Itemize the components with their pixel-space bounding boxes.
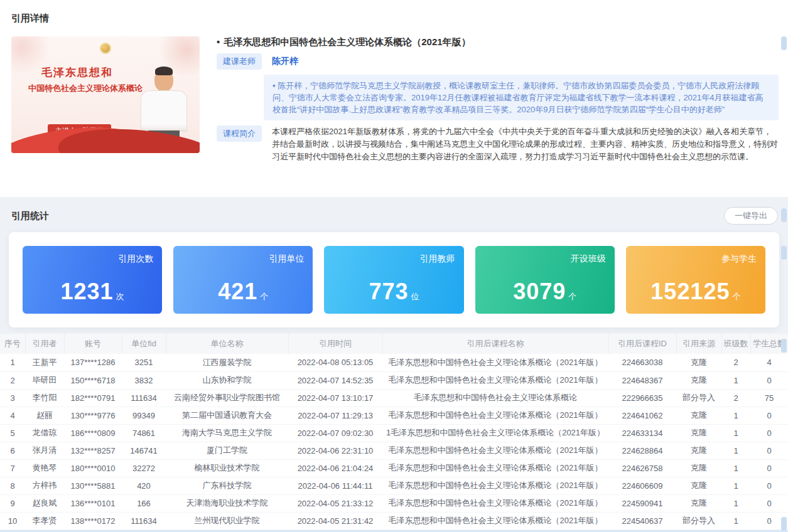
table-cell: 克隆 (676, 371, 721, 389)
course-title-text: 毛泽东思想和中国特色社会主义理论体系概论（2021年版） (224, 36, 470, 47)
table-body: 1王新平137****12863251江西服装学院2022-04-08 05:1… (0, 354, 788, 529)
table-row[interactable]: 5龙借琼186****080974861海南大学马克思主义学院2022-04-0… (0, 424, 788, 442)
teacher-description: ▪ 陈开梓，宁德师范学院马克思主义学院副教授，概论课教研室主任，兼职律师。宁德市… (264, 75, 779, 120)
table-cell: 毛泽东思想和中国特色社会主义理论体系概论（2021年版） (382, 477, 608, 494)
presenter-photo-body (141, 90, 187, 132)
table-cell: 0 (750, 424, 788, 442)
table-cell: 2022-04-07 13:10:17 (288, 389, 382, 407)
table-cell: 0 (750, 494, 788, 512)
table-cell: 222966635 (608, 389, 676, 407)
stat-card-label: 引用教师 (420, 253, 455, 265)
table-cell: 江西服装学院 (166, 354, 288, 371)
scrollbar-thumb[interactable] (781, 246, 787, 260)
column-header: 引用者 (25, 334, 64, 354)
table-cell: 1 (721, 442, 750, 459)
table-cell: 李竹阳 (25, 389, 64, 407)
citation-detail-section: 引用详情 毛泽东思想和 中国特色社会主义理论体系概论 主讲人：陈开梓 •毛泽东思… (0, 0, 788, 197)
table-cell: 广东科技学院 (166, 477, 288, 494)
table-cell: 赵丽 (25, 407, 64, 424)
table-cell: 毛泽东思想和中国特色社会主义理论体系概论（2021年版） (382, 512, 608, 529)
stat-card-value-row: 1231次 (23, 279, 162, 305)
table-cell: 2022-04-06 22:31:10 (288, 442, 382, 459)
title-bullet-icon: • (217, 36, 220, 47)
teacher-name-link[interactable]: 陈开梓 (272, 53, 298, 69)
table-cell: 1 (721, 512, 750, 529)
table-cell: 6 (0, 442, 25, 459)
stat-card-unit: 个 (568, 292, 576, 301)
table-cell: 克隆 (676, 354, 721, 371)
table-cell: 8 (0, 477, 25, 494)
table-row[interactable]: 1王新平137****12863251江西服装学院2022-04-08 05:1… (0, 354, 788, 371)
table-cell: 0 (750, 477, 788, 494)
table-cell: 2 (721, 354, 750, 371)
scrollbar-thumb[interactable] (781, 517, 787, 531)
table-cell: 136****0101 (64, 494, 122, 512)
table-cell: 224628864 (608, 442, 676, 459)
table-cell: 224641062 (608, 407, 676, 424)
presenter-photo-head (154, 69, 173, 92)
table-cell: 130****9776 (64, 407, 122, 424)
stat-card-value: 3079 (513, 279, 566, 304)
course-intro-tag: 课程简介 (217, 125, 262, 142)
scrollbar-thumb[interactable] (781, 339, 787, 353)
table-cell: 0 (750, 407, 788, 424)
table-cell: 224648367 (608, 371, 676, 389)
table-cell: 224590941 (608, 494, 676, 512)
column-header: 账号 (64, 334, 122, 354)
table-cell: 1毛泽东思想和中国特色社会主义理论体系概论（2021年版） (382, 424, 608, 442)
course-intro-row: 课程简介 本课程严格依据2021年新版教材体系，将党的十九届六中全会《中共中央关… (217, 125, 779, 163)
table-row[interactable]: 7黄艳琴180****001032272榆林职业技术学院2022-04-06 2… (0, 459, 788, 477)
table-cell: 3251 (122, 354, 166, 371)
table-cell: 天津渤海职业技术学院 (166, 494, 288, 512)
table-row[interactable]: 2毕研田150****67183832山东协和学院2022-04-07 14:5… (0, 371, 788, 389)
citation-stats-header: 引用统计 一键导出 (11, 207, 778, 225)
table-cell: 132****8257 (64, 442, 122, 459)
table-row[interactable]: 4赵丽130****977699349第二届中国通识教育大会2022-04-07… (0, 407, 788, 424)
table-cell: 138****0172 (64, 512, 122, 529)
table-row[interactable]: 3李竹阳182****0791111634云南经贸外事职业学院图书馆2022-0… (0, 389, 788, 407)
table-cell: 海南大学马克思主义学院 (166, 424, 288, 442)
table-cell: 420 (122, 477, 166, 494)
table-cell: 方梓祎 (25, 477, 64, 494)
table-cell: 2022-04-06 21:04:24 (288, 459, 382, 477)
column-header: 引用时间 (288, 334, 382, 354)
table-cell: 毛泽东思想和中国特色社会主义理论体系概论（2021年版） (382, 459, 608, 477)
table-cell: 32272 (122, 459, 166, 477)
table-cell: 2022-04-08 05:13:05 (288, 354, 382, 371)
course-info: •毛泽东思想和中国特色社会主义理论体系概论（2021年版） 建课老师 陈开梓 ▪… (217, 36, 779, 163)
stat-card-unit: 个 (260, 292, 268, 301)
table-cell: 2022-04-07 09:02:30 (288, 424, 382, 442)
table-cell: 99349 (122, 407, 166, 424)
scrollbar-thumb[interactable] (781, 208, 787, 222)
table-cell: 5 (0, 424, 25, 442)
table-cell: 毛泽东思想和中国特色社会主义理论体系概论（2021年版） (382, 371, 608, 389)
stat-card-label: 参与学生 (721, 253, 757, 265)
table-cell: 1 (721, 494, 750, 512)
table-cell: 3832 (122, 371, 166, 389)
table-cell: 224633134 (608, 424, 676, 442)
table-cell: 1 (0, 354, 25, 371)
table-row[interactable]: 10李孝贤138****0172111634兰州现代职业学院2022-04-05… (0, 512, 788, 529)
table-header-row: 序号引用者账号单位fid单位名称引用时间引用后课程名称引用后课程ID引用来源班级… (0, 334, 788, 354)
column-header: 引用后课程名称 (382, 334, 608, 354)
stat-card-value: 152125 (650, 279, 730, 304)
table-cell: 4 (0, 407, 25, 424)
stat-card-unit: 个 (732, 292, 740, 301)
table-row[interactable]: 6张月清132****8257146741厦门工学院2022-04-06 22:… (0, 442, 788, 459)
table-row[interactable]: 8方梓祎130****5881420广东科技学院2022-04-06 11:44… (0, 477, 788, 494)
table-cell: 180****0010 (64, 459, 122, 477)
export-button[interactable]: 一键导出 (724, 207, 778, 225)
table-cell: 克隆 (676, 494, 721, 512)
teacher-row: 建课老师 陈开梓 (217, 53, 779, 70)
table-cell: 146741 (122, 442, 166, 459)
table-cell: 山东协和学院 (166, 371, 288, 389)
scrollbar-thumb[interactable] (781, 36, 787, 50)
stat-card-value-row: 152125个 (626, 279, 765, 305)
course-thumbnail[interactable]: 毛泽东思想和 中国特色社会主义理论体系概论 主讲人：陈开梓 (11, 36, 200, 153)
table-cell: 137****1286 (64, 354, 122, 371)
table-cell: 74861 (122, 424, 166, 442)
column-header: 单位名称 (166, 334, 288, 354)
table-cell: 111634 (122, 389, 166, 407)
stat-card-label: 开设班级 (571, 253, 606, 265)
table-row[interactable]: 9赵良斌136****0101166天津渤海职业技术学院2022-04-05 2… (0, 494, 788, 512)
